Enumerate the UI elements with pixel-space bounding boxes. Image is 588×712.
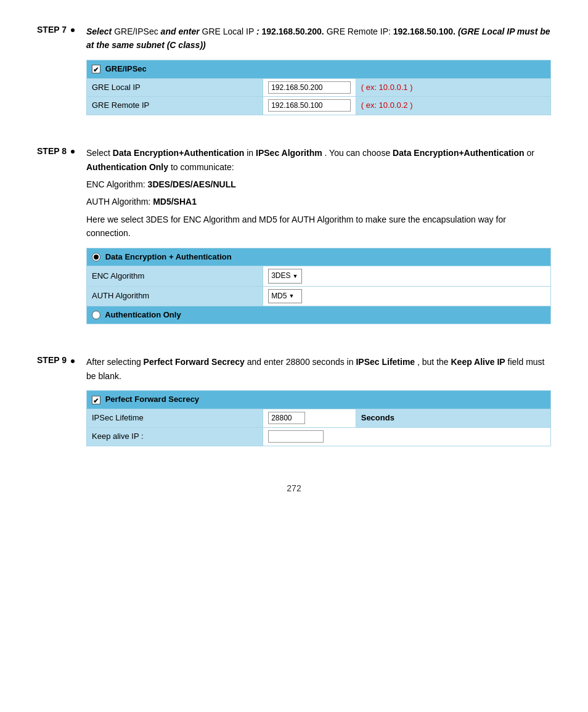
step8-label: STEP 8 [37, 146, 86, 337]
keep-alive-label: Keep alive IP : [87, 427, 263, 446]
algo-header-cell: Data Encryption + Authentication [87, 248, 551, 266]
step7-gre-local-label: GRE Local IP [202, 27, 255, 36]
step8-to-text: to communicate: [171, 162, 234, 172]
algo-header-row: Data Encryption + Authentication [87, 248, 551, 266]
gre-row-local: GRE Local IP ( ex: 10.0.0.1 ) [87, 78, 551, 97]
step8-auth-prefix: AUTH Algorithm: [86, 197, 150, 207]
step7-gre-remote-label: GRE Remote IP: [327, 27, 393, 36]
step7-content: Select GRE/IPSec and enter GRE Local IP … [86, 25, 551, 128]
step7-select: Select [86, 27, 112, 36]
pfs-checkbox[interactable] [92, 396, 100, 404]
step8-enc-line: ENC Algorithm: 3DES/DES/AES/NULL [86, 178, 551, 191]
step7-and-enter: and enter [161, 27, 200, 36]
gre-remote-hint: ( ex: 10.0.0.2 ) [356, 97, 550, 115]
auth-only-row: Authentication Only [87, 306, 551, 324]
step8-enc-prefix: ENC Algorithm: [86, 179, 145, 189]
gre-row-remote: GRE Remote IP ( ex: 10.0.0.2 ) [87, 97, 551, 115]
pfs-header-cell: Perfect Forward Secrecy [87, 391, 551, 409]
gre-table-header-row: GRE/IPSec [87, 60, 551, 78]
enc-alg-label: ENC Algorithm [87, 266, 263, 286]
ipsec-lifetime-value-cell[interactable] [263, 409, 356, 428]
auth-alg-select-value: MD5 [271, 290, 287, 302]
step8-bold4: Authentication Only [86, 162, 168, 172]
step8-auth-line: AUTH Algorithm: MD5/SHA1 [86, 195, 551, 208]
step9-block: STEP 9 After selecting Perfect Forward S… [37, 355, 551, 458]
pfs-header-row: Perfect Forward Secrecy [87, 391, 551, 409]
step9-label: STEP 9 [37, 355, 86, 458]
step9-and-text: and enter 28800 seconds in [247, 357, 354, 367]
auth-only-label: Authentication Only [105, 310, 181, 319]
step8-auth-value: MD5/SHA1 [153, 197, 197, 207]
step9-bold3: Keep Alive IP [451, 357, 505, 367]
step7-label-text: STEP 7 [37, 25, 67, 35]
step8-intro: Select [86, 148, 110, 158]
step7-block: STEP 7 Select GRE/IPSec and enter GRE Lo… [37, 25, 551, 128]
step9-para: After selecting Perfect Forward Secrecy … [86, 355, 551, 383]
keep-alive-value-cell[interactable] [263, 427, 551, 446]
gre-remote-input[interactable] [268, 99, 351, 112]
step8-or-text: or [527, 148, 534, 158]
enc-alg-select[interactable]: 3DES ▼ [268, 269, 302, 283]
ipsec-lifetime-label: IPSec Lifetime [87, 409, 263, 428]
gre-header-label: GRE/IPSec [105, 64, 147, 73]
step8-dot [71, 150, 75, 153]
step8-para1: Select Data Encryption+Authentication in… [86, 146, 551, 174]
step7-label: STEP 7 [37, 25, 86, 128]
auth-alg-value-cell: MD5 ▼ [263, 286, 551, 306]
gre-local-label: GRE Local IP [87, 78, 263, 97]
page-number: 272 [37, 483, 551, 493]
step8-bold2: IPSec Algorithm [256, 148, 322, 158]
auth-only-radio[interactable] [92, 311, 100, 319]
step8-period: . You can choose [325, 148, 391, 158]
enc-alg-select-value: 3DES [271, 270, 290, 282]
auth-alg-row: AUTH Algorithm MD5 ▼ [87, 286, 551, 306]
gre-local-hint: ( ex: 10.0.0.1 ) [356, 78, 550, 97]
step8-content: Select Data Encryption+Authentication in… [86, 146, 551, 337]
step9-label-text: STEP 9 [37, 355, 67, 365]
ipsec-lifetime-input[interactable] [268, 412, 305, 424]
gre-local-input[interactable] [268, 81, 351, 94]
keep-alive-input[interactable] [268, 430, 324, 443]
step8-label-text: STEP 8 [37, 146, 67, 156]
step8-block: STEP 8 Select Data Encryption+Authentica… [37, 146, 551, 337]
ipsec-seconds-label: Seconds [356, 409, 550, 428]
data-enc-radio[interactable] [92, 253, 100, 261]
step8-enc-value: 3DES/DES/AES/NULL [148, 179, 236, 189]
gre-table-header: GRE/IPSec [87, 60, 551, 78]
step8-bold1: Data Encryption+Authentication [113, 148, 245, 158]
step8-bold3: Data Encryption+Authentication [393, 148, 525, 158]
step9-content: After selecting Perfect Forward Secrecy … [86, 355, 551, 458]
keep-alive-row: Keep alive IP : [87, 427, 551, 446]
step7-paragraph: Select GRE/IPSec and enter GRE Local IP … [86, 25, 551, 52]
auth-alg-label: AUTH Algorithm [87, 286, 263, 306]
enc-dropdown-arrow: ▼ [292, 272, 299, 280]
step8-desc: Here we select 3DES for ENC Algorithm an… [86, 213, 551, 240]
gre-table: GRE/IPSec GRE Local IP ( ex: 10.0.0.1 ) … [86, 60, 551, 115]
gre-local-value-cell[interactable] [263, 78, 356, 97]
enc-alg-row: ENC Algorithm 3DES ▼ [87, 266, 551, 286]
step9-comma: , but the [417, 357, 449, 367]
step7-local-ip: 192.168.50.200. [262, 27, 324, 36]
step7-gre-ipsec: GRE/IPSec [114, 27, 160, 36]
data-enc-label: Data Encryption + Authentication [105, 252, 232, 261]
auth-only-cell: Authentication Only [87, 306, 551, 324]
step9-bold2: IPSec Lifetime [356, 357, 415, 367]
auth-alg-select[interactable]: MD5 ▼ [268, 289, 302, 303]
ipsec-lifetime-row: IPSec Lifetime Seconds [87, 409, 551, 428]
gre-remote-label: GRE Remote IP [87, 97, 263, 115]
gre-remote-value-cell[interactable] [263, 97, 356, 115]
algo-table: Data Encryption + Authentication ENC Alg… [86, 248, 551, 325]
checkbox-icon[interactable] [92, 65, 100, 73]
step9-dot [71, 359, 75, 363]
step9-bold1: Perfect Forward Secrecy [144, 357, 245, 367]
pfs-header-label: Perfect Forward Secrecy [105, 395, 199, 404]
enc-alg-value-cell: 3DES ▼ [263, 266, 551, 286]
auth-dropdown-arrow: ▼ [288, 292, 299, 300]
step7-colon: : [256, 27, 262, 36]
pfs-table: Perfect Forward Secrecy IPSec Lifetime S… [86, 390, 551, 446]
step9-intro: After selecting [86, 357, 141, 367]
step7-dot [71, 28, 75, 32]
step8-in-text: in [247, 148, 253, 158]
step7-remote-ip: 192.168.50.100. [393, 27, 455, 36]
